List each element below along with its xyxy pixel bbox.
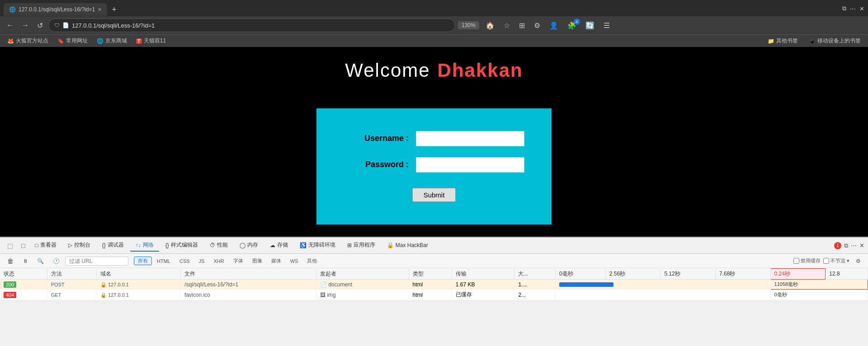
disable-cache-checkbox[interactable]: 禁用缓存 [793,257,821,264]
devtools-more-btn[interactable]: ⋯ [851,242,857,249]
tab-network[interactable]: ↑↓ 网络 [130,239,159,252]
bookmark-label: 移动设备上的书签 [817,37,861,45]
clock-btn[interactable]: 🕐 [49,257,63,265]
settings-btn[interactable]: ⚙ [531,19,543,32]
bookmark-common[interactable]: 🔖 常用网址 [54,36,91,46]
type-filter-group: 所有 HTML CSS JS XHR 字体 图像 媒体 WS 其他 [134,257,321,265]
network-toolbar: 🗑 ⏸ 🔍 🕐 所有 HTML CSS JS XHR 字体 图像 媒体 WS 其… [0,254,868,268]
tab-debugger[interactable]: {} 调试器 [97,239,129,252]
tab-hackbar[interactable]: 🔒 Max HackBar [382,240,434,251]
zoom-display[interactable]: 130% [458,21,479,29]
brand-text: Dhakkan [438,60,523,81]
performance-icon: ⏱ [210,242,215,248]
col-time-512: 5.12秒 [660,269,716,280]
address-bar[interactable]: 🛡 📄 127.0.0.1/sql/sqli/Less-16/?id=1 [48,19,455,32]
reload-btn[interactable]: ↺ [34,19,46,32]
password-input[interactable] [416,157,524,173]
devtools-controls: 1 ⧉ ⋯ ✕ [834,242,864,249]
folder-icon: 📁 [768,38,774,44]
bookmarks-right: 📁 其他书签 📱 移动设备上的书签 [764,36,864,46]
bookmark-label: 火狐官方站点 [16,37,48,45]
col-time-024: 0.24秒 [770,269,826,280]
filter-media[interactable]: 媒体 [267,257,285,265]
debugger-icon: {} [102,242,106,248]
filter-xhr[interactable]: XHR [209,257,228,265]
mobile-bookmarks[interactable]: 📱 移动设备上的书签 [805,36,864,46]
bookmark-firefox[interactable]: 🦊 火狐官方站点 [4,36,52,46]
tab-performance[interactable]: ⏱ 性能 [204,239,233,252]
tab-inspector[interactable]: □ 查看器 [29,239,61,252]
inspector-icon: □ [35,242,38,248]
username-input[interactable] [416,131,524,146]
filter-html[interactable]: HTML [153,257,175,265]
url-filter-input[interactable] [65,257,128,266]
style-icon: {} [165,242,169,248]
submit-button[interactable]: Submit [412,188,456,202]
bookmark-tmall[interactable]: T 天猫双11 [132,36,170,46]
forward-btn[interactable]: → [19,19,32,31]
tab-console[interactable]: ▷ 控制台 [63,239,96,252]
tab-memory[interactable]: ◯ 内存 [234,239,264,252]
filter-image[interactable]: 图像 [248,257,266,265]
sync-btn[interactable]: 🔄 [583,19,597,32]
network-table: 状态 方法 域名 文件 发起者 类型 传输 大... 0毫秒 2.56秒 5.1… [0,268,868,300]
tab-title: 127.0.0.1/sql/sqli/Less-16/?id=1 [19,6,95,13]
col-method: 方法 [47,269,96,280]
new-tab-btn[interactable]: + [109,4,119,15]
col-status: 状态 [0,269,47,280]
devtools-picker-btn[interactable]: ⬚ [4,240,17,251]
filter-font[interactable]: 字体 [229,257,247,265]
filter-all[interactable]: 所有 [134,257,152,265]
filter-js[interactable]: JS [195,257,209,265]
home-btn[interactable]: 🏠 [483,19,497,32]
login-form: Username : Password : Submit [316,108,552,224]
clear-btn[interactable]: 🗑 [4,257,17,266]
col-time-768: 7.68秒 [715,269,770,280]
filter-ws[interactable]: WS [286,257,302,265]
tab-bar: 🌐 127.0.0.1/sql/sqli/Less-16/?id=1 ✕ + ⧉… [0,0,868,16]
restore-btn[interactable]: ⧉ [842,5,846,12]
pause-btn[interactable]: ⏸ [19,257,32,265]
filter-css[interactable]: CSS [175,257,194,265]
throttle-dropdown-icon[interactable]: ▾ [847,258,849,264]
devtools-console-btn[interactable]: □ [18,240,28,251]
bookmark-jd[interactable]: 🌐 京东商城 [93,36,131,46]
tab-application[interactable]: ⊞ 应用程序 [342,239,381,252]
other-bookmarks[interactable]: 📁 其他书签 [764,36,802,46]
method-label: POST [51,282,65,287]
cell-initiator: 🖼 img [316,290,409,300]
cell-waterfall [556,290,771,300]
throttle-input[interactable] [823,258,829,264]
close-window-btn[interactable]: ✕ [859,5,864,12]
col-transfer: 传输 [452,269,514,280]
extensions-btn[interactable]: ⊞ [516,19,528,32]
tab-storage[interactable]: ☁ 存储 [264,239,293,252]
url-display: 127.0.0.1/sql/sqli/Less-16/?id=1 [72,22,155,29]
more-btn[interactable]: ⋯ [850,5,856,12]
cell-time: 11058毫秒 [770,280,868,290]
col-time-128: 12.8 [826,269,868,280]
tab-accessibility[interactable]: ♿ 无障碍环境 [294,239,341,252]
back-btn[interactable]: ← [4,19,16,31]
table-row[interactable]: 404 GET 🔒 127.0.0.1 favicon.ico 🖼 img ht… [0,290,868,300]
img-icon: 🖼 [320,292,326,298]
menu-btn[interactable]: ☰ [601,19,613,32]
tab-close-btn[interactable]: ✕ [98,7,102,13]
search-btn[interactable]: 🔍 [33,257,47,265]
browser-tab[interactable]: 🌐 127.0.0.1/sql/sqli/Less-16/?id=1 ✕ [4,3,107,16]
filter-other[interactable]: 其他 [303,257,321,265]
profile-btn[interactable]: 👤 [547,19,561,32]
error-badge: 1 [834,242,841,249]
disable-cache-input[interactable] [793,258,799,264]
tab-style-editor[interactable]: {} 样式编辑器 [160,239,203,252]
toolbar-right: 130% 🏠 ☆ ⊞ ⚙ 👤 🧩 4 🔄 ☰ [458,19,613,32]
col-time-0: 0毫秒 [556,269,606,280]
bookmark-label: 常用网址 [66,37,88,45]
cell-time: 0毫秒 [770,290,868,300]
devtools-undock-btn[interactable]: ⧉ [844,242,848,249]
table-row[interactable]: 200 POST 🔒 127.0.0.1 /sql/sqli/Less-16/?… [0,280,868,290]
devtools-close-btn[interactable]: ✕ [859,242,864,249]
network-settings-btn[interactable]: ⚙ [852,257,864,265]
throttle-checkbox[interactable]: 不节流 ▾ [823,257,849,264]
bookmark-btn[interactable]: ☆ [501,19,513,32]
